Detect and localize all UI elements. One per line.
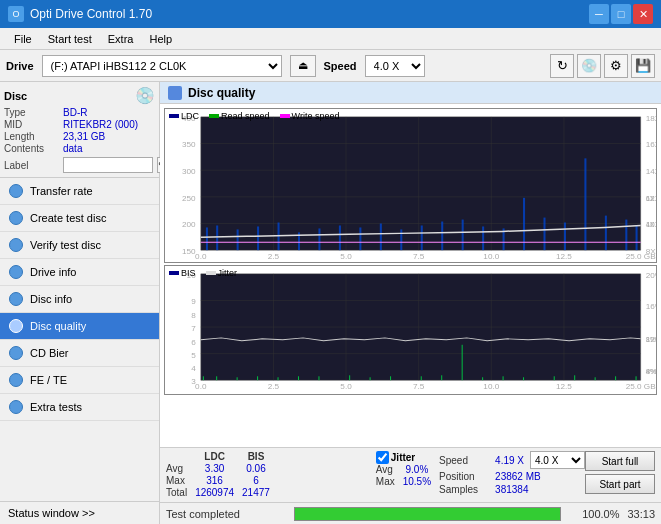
jitter-legend-label: Jitter bbox=[218, 268, 238, 278]
menu-help[interactable]: Help bbox=[141, 31, 180, 47]
menu-extra[interactable]: Extra bbox=[100, 31, 142, 47]
sidebar-spacer bbox=[0, 421, 159, 501]
disc-header: Disc 💿 bbox=[4, 86, 155, 105]
disc-button[interactable]: 💿 bbox=[577, 54, 601, 78]
svg-rect-102 bbox=[615, 376, 616, 380]
drive-select[interactable]: (F:) ATAPI iHBS112 2 CL0K bbox=[42, 55, 282, 77]
minimize-button[interactable]: ─ bbox=[589, 4, 609, 24]
disc-type-row: Type BD-R bbox=[4, 107, 155, 118]
svg-text:300: 300 bbox=[182, 167, 196, 176]
svg-text:0.0: 0.0 bbox=[195, 252, 207, 261]
svg-rect-98 bbox=[523, 377, 524, 380]
jitter-checkbox[interactable] bbox=[376, 451, 389, 464]
refresh-button[interactable]: ↻ bbox=[550, 54, 574, 78]
speed-position-section: Speed 4.19 X 4.0 X Position 23862 MB Sam… bbox=[439, 451, 585, 495]
label-label: Label bbox=[4, 160, 59, 171]
stats-col-ldc: LDC bbox=[195, 451, 242, 463]
buttons-section: Start full Start part bbox=[585, 451, 655, 494]
svg-rect-103 bbox=[636, 376, 637, 380]
samples-value: 381384 bbox=[495, 484, 528, 495]
svg-text:4: 4 bbox=[191, 364, 196, 373]
sidebar-item-extra-tests[interactable]: Extra tests bbox=[0, 394, 159, 421]
svg-text:350: 350 bbox=[182, 141, 196, 150]
stats-avg-label: Avg bbox=[166, 463, 195, 475]
disc-quality-header: Disc quality bbox=[160, 82, 661, 104]
svg-rect-33 bbox=[216, 225, 218, 250]
sidebar-item-cd-bier[interactable]: CD Bier bbox=[0, 340, 159, 367]
close-button[interactable]: ✕ bbox=[633, 4, 653, 24]
drive-icon-buttons: ↻ 💿 ⚙ 💾 bbox=[550, 54, 655, 78]
position-row: Position 23862 MB bbox=[439, 471, 585, 482]
sidebar-item-transfer-rate[interactable]: Transfer rate bbox=[0, 178, 159, 205]
verify-test-disc-label: Verify test disc bbox=[30, 239, 101, 251]
read-speed-legend-item: Read speed bbox=[209, 111, 270, 121]
position-label: Position bbox=[439, 471, 489, 482]
svg-rect-93 bbox=[421, 376, 422, 380]
svg-rect-43 bbox=[421, 225, 423, 250]
svg-text:8: 8 bbox=[191, 311, 196, 320]
save-button[interactable]: 💾 bbox=[631, 54, 655, 78]
speed-select-small[interactable]: 4.0 X bbox=[530, 451, 585, 469]
disc-info-icon bbox=[8, 291, 24, 307]
write-speed-legend-label: Write speed bbox=[292, 111, 340, 121]
svg-text:16%: 16% bbox=[646, 302, 656, 311]
svg-text:20%: 20% bbox=[646, 271, 656, 280]
label-input[interactable] bbox=[63, 157, 153, 173]
start-part-button[interactable]: Start part bbox=[585, 474, 655, 494]
svg-text:7.5: 7.5 bbox=[413, 252, 425, 261]
svg-rect-85 bbox=[237, 377, 238, 380]
svg-rect-86 bbox=[257, 376, 258, 380]
stats-avg-ldc: 3.30 bbox=[195, 463, 242, 475]
menu-file[interactable]: File bbox=[6, 31, 40, 47]
eject-button[interactable]: ⏏ bbox=[290, 55, 316, 77]
svg-rect-42 bbox=[400, 229, 402, 250]
jitter-legend-item: Jitter bbox=[206, 268, 238, 278]
stats-row-max: Max 316 6 bbox=[166, 475, 278, 487]
chart1-legend: LDC Read speed Write speed bbox=[169, 111, 339, 121]
mid-label: MID bbox=[4, 119, 59, 130]
settings-button[interactable]: ⚙ bbox=[604, 54, 628, 78]
start-full-button[interactable]: Start full bbox=[585, 451, 655, 471]
title-bar-left: O Opti Drive Control 1.70 bbox=[8, 6, 152, 22]
main-layout: Disc 💿 Type BD-R MID RITEKBR2 (000) Leng… bbox=[0, 82, 661, 524]
sidebar-item-drive-info[interactable]: Drive info bbox=[0, 259, 159, 286]
svg-rect-92 bbox=[390, 376, 391, 380]
contents-label: Contents bbox=[4, 143, 59, 154]
svg-rect-32 bbox=[206, 227, 208, 250]
disc-mid-row: MID RITEKBR2 (000) bbox=[4, 119, 155, 130]
write-speed-legend-item: Write speed bbox=[280, 111, 340, 121]
svg-rect-35 bbox=[257, 226, 259, 250]
sidebar-item-verify-test-disc[interactable]: Verify test disc bbox=[0, 232, 159, 259]
stats-max-bis: 6 bbox=[242, 475, 278, 487]
sidebar-item-fe-te[interactable]: FE / TE bbox=[0, 367, 159, 394]
svg-rect-87 bbox=[278, 377, 279, 380]
stats-total-label: Total bbox=[166, 487, 195, 499]
stats-total-ldc: 1260974 bbox=[195, 487, 242, 499]
disc-quality-label: Disc quality bbox=[30, 320, 86, 332]
svg-rect-44 bbox=[441, 222, 443, 251]
disc-icon: 💿 bbox=[135, 86, 155, 105]
title-bar-controls: ─ □ ✕ bbox=[589, 4, 653, 24]
drive-info-icon bbox=[8, 264, 24, 280]
app-title: Opti Drive Control 1.70 bbox=[30, 7, 152, 21]
status-window-item[interactable]: Status window >> bbox=[0, 501, 159, 524]
sidebar-item-disc-info[interactable]: Disc info bbox=[0, 286, 159, 313]
sidebar-item-disc-quality[interactable]: Disc quality bbox=[0, 313, 159, 340]
disc-fields: Type BD-R MID RITEKBR2 (000) Length 23,3… bbox=[4, 107, 155, 173]
svg-rect-91 bbox=[370, 377, 371, 380]
sidebar-item-create-test-disc[interactable]: Create test disc bbox=[0, 205, 159, 232]
svg-text:2.5: 2.5 bbox=[268, 382, 280, 391]
speed-select[interactable]: 4.0 X bbox=[365, 55, 425, 77]
svg-rect-46 bbox=[482, 226, 484, 250]
type-label: Type bbox=[4, 107, 59, 118]
samples-row: Samples 381384 bbox=[439, 484, 585, 495]
jitter-table: Avg 9.0% Max 10.5% bbox=[376, 464, 439, 488]
cd-bier-label: CD Bier bbox=[30, 347, 69, 359]
disc-quality-icon bbox=[8, 318, 24, 334]
svg-text:16X: 16X bbox=[646, 141, 656, 150]
maximize-button[interactable]: □ bbox=[611, 4, 631, 24]
menu-start-test[interactable]: Start test bbox=[40, 31, 100, 47]
position-value: 23862 MB bbox=[495, 471, 541, 482]
stats-row-total: Total 1260974 21477 bbox=[166, 487, 278, 499]
svg-text:9: 9 bbox=[191, 298, 196, 307]
